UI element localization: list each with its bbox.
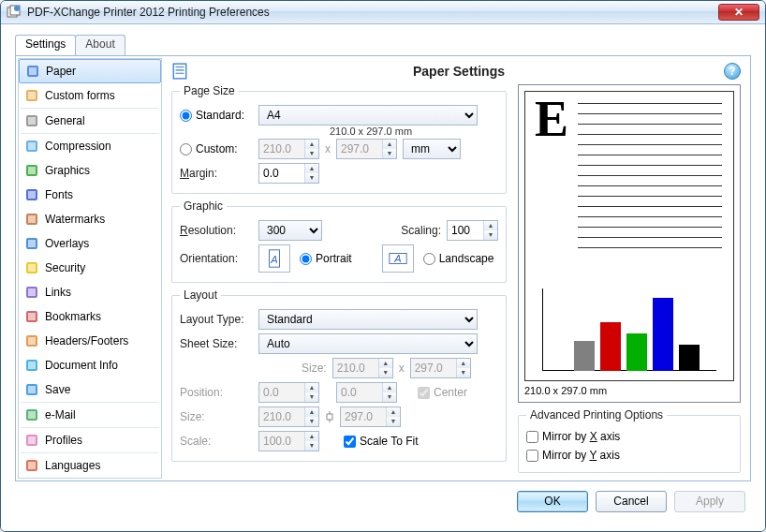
center-label: Center <box>434 386 467 399</box>
sidebar-item-paper[interactable]: Paper <box>19 59 161 83</box>
sidebar-item-email[interactable]: e-Mail <box>19 403 161 427</box>
header-icon <box>171 63 188 80</box>
svg-rect-6 <box>28 92 36 99</box>
scale-fit-check-input[interactable] <box>344 436 356 448</box>
x-label: x <box>325 142 331 155</box>
scaling-spin[interactable]: ▲▼ <box>447 220 498 241</box>
panel-body: PaperCustom formsGeneralCompressionGraph… <box>15 55 751 481</box>
sidebar-item-fonts[interactable]: Fonts <box>19 183 161 207</box>
sheet-h-input <box>411 359 456 377</box>
dialog-buttons: OK Cancel Apply <box>15 481 751 521</box>
page-size-group: Page Size Standard: A4 210.0 x 29 <box>171 84 507 194</box>
bar-green <box>626 333 647 371</box>
mirror-x-row: Mirror by X axis <box>526 427 732 446</box>
margin-input[interactable] <box>259 164 304 183</box>
custom-radio-input[interactable] <box>180 143 192 155</box>
sidebar-item-overlays[interactable]: Overlays <box>19 231 161 256</box>
sidebar-item-label: Paper <box>46 65 76 78</box>
custom-label: Custom: <box>196 142 238 155</box>
sidebar-item-general[interactable]: General <box>19 109 161 133</box>
portrait-radio[interactable]: Portrait <box>300 252 352 265</box>
sidebar-item-links[interactable]: Links <box>19 280 161 304</box>
sheet-h-spin: ▲▼ <box>410 358 471 378</box>
mirror-x-input[interactable] <box>526 431 538 443</box>
mirror-y-input[interactable] <box>526 450 538 462</box>
preview-page: E <box>524 91 734 381</box>
resolution-row: Resolution: 300 Scaling: ▲▼ <box>180 218 498 243</box>
size2-row: Size: ▲▼ ▲▼ <box>180 405 498 429</box>
mirror-y-check[interactable]: Mirror by Y axis <box>526 449 620 462</box>
size2-w-input <box>259 407 304 426</box>
svg-rect-16 <box>28 215 36 223</box>
page-title: Paper Settings <box>194 64 724 79</box>
sidebar-item-headers-footers[interactable]: Headers/Footers <box>19 329 161 353</box>
sidebar-item-watermarks[interactable]: Watermarks <box>19 207 161 231</box>
custom-width-spin[interactable]: ▲▼ <box>258 139 319 159</box>
resolution-select[interactable]: 300 <box>258 220 322 241</box>
tab-bar: Settings About <box>15 35 751 55</box>
settings-column: Page Size Standard: A4 210.0 x 29 <box>171 84 507 473</box>
sidebar-item-label: Links <box>45 286 71 299</box>
margin-spin[interactable]: ▲▼ <box>258 163 319 184</box>
svg-text:A: A <box>270 254 277 265</box>
custom-width-input[interactable] <box>259 140 304 158</box>
custom-height-spin[interactable]: ▲▼ <box>336 139 397 159</box>
scaling-label: Scaling: <box>401 224 441 237</box>
compression-icon <box>24 139 39 154</box>
ok-button[interactable]: OK <box>517 491 588 512</box>
sidebar-item-languages[interactable]: Languages <box>19 453 161 478</box>
apply-button[interactable]: Apply <box>674 491 745 512</box>
cancel-button[interactable]: Cancel <box>596 491 667 512</box>
sidebar-item-save[interactable]: Save <box>19 377 161 402</box>
close-button[interactable]: ✕ <box>718 4 759 21</box>
sheet-size-label: Sheet Size: <box>180 337 253 350</box>
links-icon <box>24 285 39 300</box>
sidebar-item-document-info[interactable]: Document Info <box>19 353 161 377</box>
units-select[interactable]: mm <box>403 139 461 159</box>
standard-select[interactable]: A4 <box>258 105 478 126</box>
svg-rect-8 <box>28 117 36 125</box>
window: PDF-XChange Printer 2012 Printing Prefer… <box>0 0 766 532</box>
svg-rect-18 <box>28 240 36 247</box>
svg-rect-10 <box>28 142 36 150</box>
layout-type-select[interactable]: Standard <box>258 309 478 330</box>
sidebar-item-label: Fonts <box>45 188 73 201</box>
sidebar-item-bookmarks[interactable]: Bookmarks <box>19 304 161 329</box>
titlebar: PDF-XChange Printer 2012 Printing Prefer… <box>1 1 765 24</box>
landscape-radio[interactable]: Landscape <box>423 252 494 265</box>
portrait-icon: A <box>258 244 290 273</box>
scale-row: Scale: ▲▼ Scale To Fit <box>180 429 498 453</box>
help-button[interactable]: ? <box>724 63 741 80</box>
scaling-input[interactable] <box>448 221 483 240</box>
sidebar-item-custom-forms[interactable]: Custom forms <box>19 83 161 108</box>
sidebar-item-security[interactable]: Security <box>19 256 161 280</box>
sidebar-item-label: Headers/Footers <box>45 334 128 347</box>
center-check-input <box>418 387 430 399</box>
sidebar-item-label: Security <box>45 261 85 274</box>
standard-radio-input[interactable] <box>180 110 192 122</box>
custom-radio[interactable]: Custom: <box>180 142 253 155</box>
standard-radio[interactable]: Standard: <box>180 109 253 122</box>
position-label: Position: <box>180 386 253 399</box>
email-icon <box>24 407 39 422</box>
sidebar-item-graphics[interactable]: Graphics <box>19 158 161 183</box>
tab-settings[interactable]: Settings <box>15 35 76 55</box>
svg-rect-22 <box>28 288 36 296</box>
sheet-size-select[interactable]: Auto <box>258 333 478 354</box>
mirror-y-row: Mirror by Y axis <box>526 446 732 465</box>
tab-about[interactable]: About <box>75 35 125 55</box>
portrait-radio-input[interactable] <box>300 253 312 265</box>
mirror-x-check[interactable]: Mirror by X axis <box>526 430 620 443</box>
scale-fit-check[interactable]: Scale To Fit <box>344 435 418 448</box>
svg-rect-24 <box>28 313 36 320</box>
landscape-radio-input[interactable] <box>423 253 435 265</box>
sidebar-item-profiles[interactable]: Profiles <box>19 428 161 452</box>
pos-x-spin: ▲▼ <box>258 382 319 403</box>
custom-height-input[interactable] <box>337 140 382 158</box>
sidebar-item-compression[interactable]: Compression <box>19 134 161 158</box>
orientation-row: Orientation: A Portrait A Landscape <box>180 243 498 274</box>
watermarks-icon <box>24 212 39 227</box>
dimension-note: 210.0 x 297.0 mm <box>330 126 498 137</box>
scale-spin: ▲▼ <box>258 431 319 451</box>
x-label-2: x <box>399 362 405 375</box>
